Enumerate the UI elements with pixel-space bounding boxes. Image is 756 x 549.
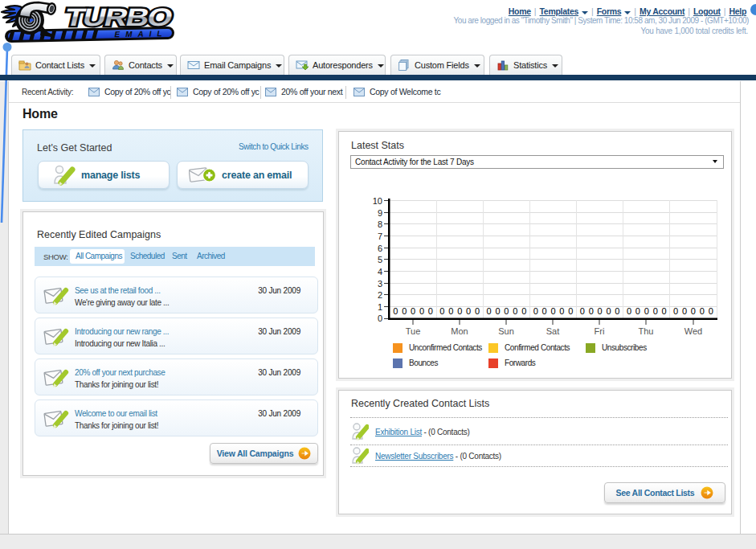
svg-text:0: 0 [691, 306, 696, 316]
svg-text:0: 0 [589, 306, 594, 316]
svg-text:0: 0 [439, 306, 444, 316]
svg-text:0: 0 [627, 306, 631, 316]
svg-text:0: 0 [700, 306, 705, 316]
svg-text:Tue: Tue [406, 326, 421, 336]
svg-text:0: 0 [457, 306, 462, 316]
svg-text:3: 3 [378, 279, 382, 289]
svg-text:0: 0 [682, 306, 687, 316]
svg-text:0: 0 [428, 306, 433, 316]
svg-text:6: 6 [378, 244, 382, 253]
svg-text:0: 0 [495, 306, 500, 316]
svg-text:0: 0 [673, 306, 678, 316]
svg-text:5: 5 [378, 255, 382, 264]
svg-text:Fri: Fri [595, 326, 605, 336]
svg-text:0: 0 [709, 306, 713, 316]
svg-text:0: 0 [598, 306, 603, 316]
svg-text:7: 7 [378, 231, 382, 241]
svg-text:0: 0 [402, 306, 407, 316]
svg-text:0: 0 [378, 313, 382, 323]
svg-text:0: 0 [466, 306, 471, 316]
svg-text:2: 2 [378, 290, 382, 300]
svg-text:Sat: Sat [546, 326, 560, 336]
svg-text:Wed: Wed [684, 326, 702, 336]
svg-text:4: 4 [378, 267, 382, 277]
svg-text:0: 0 [542, 306, 547, 316]
svg-text:9: 9 [378, 208, 382, 218]
svg-text:0: 0 [550, 306, 555, 316]
svg-text:0: 0 [393, 306, 398, 316]
svg-text:0: 0 [513, 306, 517, 316]
svg-text:0: 0 [644, 306, 649, 316]
svg-text:0: 0 [487, 306, 492, 316]
svg-text:TURBO: TURBO [62, 3, 174, 31]
svg-text:0: 0 [411, 306, 415, 316]
svg-text:Thu: Thu [639, 326, 654, 336]
svg-text:0: 0 [475, 306, 480, 316]
svg-text:0: 0 [448, 306, 453, 316]
svg-text:8: 8 [378, 219, 382, 229]
svg-text:0: 0 [653, 306, 658, 316]
svg-text:0: 0 [504, 306, 509, 316]
svg-text:0: 0 [580, 306, 585, 316]
svg-text:0: 0 [615, 306, 619, 316]
svg-text:0: 0 [559, 306, 564, 316]
svg-text:Mon: Mon [451, 326, 468, 336]
svg-text:0: 0 [533, 306, 538, 316]
svg-text:10: 10 [373, 196, 382, 206]
svg-text:0: 0 [419, 306, 424, 316]
svg-text:0: 0 [521, 306, 526, 316]
svg-text:0: 0 [635, 306, 640, 316]
svg-text:0: 0 [606, 306, 611, 316]
svg-text:0: 0 [662, 306, 667, 316]
svg-text:1: 1 [378, 302, 382, 312]
svg-text:Sun: Sun [498, 326, 514, 336]
svg-text:0: 0 [568, 306, 573, 316]
